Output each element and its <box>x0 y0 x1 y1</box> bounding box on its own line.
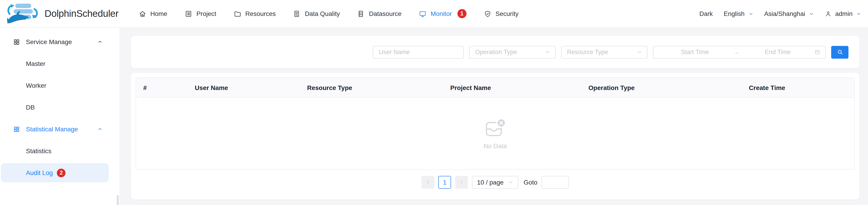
nav-item-label: Data Quality <box>305 10 340 17</box>
navbar-right: Dark English Asia/Shanghai admin <box>699 10 861 17</box>
column-header-project-name: Project Name <box>398 84 544 91</box>
sidebar-item-db[interactable]: DB <box>1 98 109 117</box>
sidebar-group-label: Service Manage <box>26 38 72 45</box>
dolphinscheduler-app: DolphinScheduler Home Project Resources <box>0 0 868 205</box>
nav-item-monitor[interactable]: Monitor 1 <box>414 5 471 22</box>
nav-item-security[interactable]: Security <box>479 6 523 22</box>
nav-item-datasource[interactable]: Datasource <box>352 6 406 22</box>
table-header-row: # User Name Resource Type Project Name O… <box>136 78 855 98</box>
sidebar-item-worker[interactable]: Worker <box>1 76 109 95</box>
sidebar-item-master[interactable]: Master <box>1 54 109 73</box>
language-label: English <box>724 10 745 17</box>
chevron-up-icon <box>97 126 103 132</box>
timezone-select[interactable]: Asia/Shanghai <box>764 10 814 17</box>
column-header-create-time: Create Time <box>680 84 855 91</box>
grid-icon <box>13 38 20 45</box>
sidebar-group-service-manage[interactable]: Service Manage <box>1 32 109 52</box>
nav-item-data-quality[interactable]: Data Quality <box>288 6 344 22</box>
column-header-resource-type: Resource Type <box>261 84 398 91</box>
home-icon <box>138 10 146 18</box>
empty-state: No Data <box>484 117 507 149</box>
language-select[interactable]: English <box>724 10 753 17</box>
column-header-operation-type: Operation Type <box>544 84 680 91</box>
nav-item-label: Project <box>196 10 216 17</box>
page-layout: Service Manage Master Worker DB Statisti… <box>0 28 868 205</box>
table-body: No Data <box>136 98 855 169</box>
no-data-text: No Data <box>484 142 507 149</box>
user-menu[interactable]: admin <box>825 10 861 17</box>
theme-toggle-label: Dark <box>699 10 713 17</box>
range-arrow: → <box>732 48 741 56</box>
top-navbar: DolphinScheduler Home Project Resources <box>0 0 868 28</box>
nav-item-home[interactable]: Home <box>134 6 172 22</box>
column-header-index: # <box>136 84 161 91</box>
search-icon <box>836 48 843 56</box>
folder-icon <box>234 10 241 18</box>
nav-item-resources[interactable]: Resources <box>229 6 280 22</box>
nav-item-label: Security <box>496 10 519 17</box>
theme-toggle-button[interactable]: Dark <box>699 10 713 17</box>
database-icon <box>357 10 365 18</box>
nav-item-label: Home <box>150 10 167 17</box>
user-icon <box>825 10 832 17</box>
date-range-picker[interactable]: Start Time → End Time <box>653 46 826 59</box>
nav-item-label: Resources <box>245 10 276 17</box>
sidebar-group-label: Statistical Manage <box>26 126 78 133</box>
user-name-input[interactable] <box>374 46 462 58</box>
chevron-down-icon <box>856 11 861 16</box>
project-icon <box>185 10 192 18</box>
audit-log-table: # User Name Resource Type Project Name O… <box>135 77 855 170</box>
filter-card: Operation Type Resource Type Start Time … <box>131 36 859 68</box>
sidebar-group-statistical-manage[interactable]: Statistical Manage <box>1 119 109 139</box>
timezone-label: Asia/Shanghai <box>764 10 805 17</box>
sidebar-item-label: Statistics <box>26 147 51 155</box>
page-size-select[interactable]: 10 / page <box>472 176 518 189</box>
sidebar-item-label: Worker <box>26 82 46 89</box>
sidebar-item-audit-log[interactable]: Audit Log 2 <box>1 163 109 182</box>
chevron-up-icon <box>97 39 103 44</box>
chevron-down-icon <box>545 49 551 55</box>
goto-page-input[interactable] <box>541 176 569 189</box>
brand-title: DolphinScheduler <box>44 8 119 19</box>
chevron-right-icon <box>459 179 464 185</box>
user-name-input-wrap <box>373 46 464 59</box>
nav-item-project[interactable]: Project <box>180 6 221 22</box>
monitor-count-badge: 1 <box>457 9 466 18</box>
sidebar-item-label: Master <box>26 60 45 67</box>
next-page-button[interactable] <box>455 176 468 189</box>
resource-type-select[interactable]: Resource Type <box>561 46 648 59</box>
data-quality-icon <box>293 10 301 18</box>
monitor-icon <box>419 10 427 18</box>
end-time-placeholder: End Time <box>741 48 814 56</box>
pagination: 1 10 / page Goto <box>135 170 855 195</box>
page-number-button[interactable]: 1 <box>438 176 451 189</box>
sidebar-item-statistics[interactable]: Statistics <box>1 141 109 161</box>
sidebar-item-label: Audit Log <box>26 169 53 176</box>
search-button[interactable] <box>831 46 848 59</box>
nav-item-label: Datasource <box>369 10 402 17</box>
sidebar: Service Manage Master Worker DB Statisti… <box>0 28 120 205</box>
chevron-down-icon <box>809 11 814 16</box>
username-label: admin <box>835 10 852 17</box>
audit-log-table-card: # User Name Resource Type Project Name O… <box>131 73 859 200</box>
grid-icon <box>13 126 20 133</box>
calendar-icon <box>814 49 820 55</box>
shield-check-icon <box>484 10 492 18</box>
audit-log-count-badge: 2 <box>57 168 65 177</box>
dolphinscheduler-logo-icon <box>7 3 40 24</box>
goto-label: Goto <box>524 179 537 186</box>
operation-type-placeholder: Operation Type <box>475 48 517 56</box>
operation-type-select[interactable]: Operation Type <box>469 46 556 59</box>
sidebar-item-label: DB <box>26 104 35 111</box>
audit-log-content: Operation Type Resource Type Start Time … <box>120 28 868 205</box>
chevron-down-icon <box>637 49 643 55</box>
previous-page-button[interactable] <box>422 176 434 189</box>
chevron-left-icon <box>425 179 431 185</box>
column-header-user-name: User Name <box>161 84 261 91</box>
sidebar-scrollbar-thumb[interactable] <box>117 195 119 205</box>
main-menu: Home Project Resources Data Quality <box>134 5 523 22</box>
chevron-down-icon <box>508 179 513 185</box>
brand[interactable]: DolphinScheduler <box>7 3 119 24</box>
no-data-icon <box>485 117 506 138</box>
chevron-down-icon <box>748 11 753 16</box>
